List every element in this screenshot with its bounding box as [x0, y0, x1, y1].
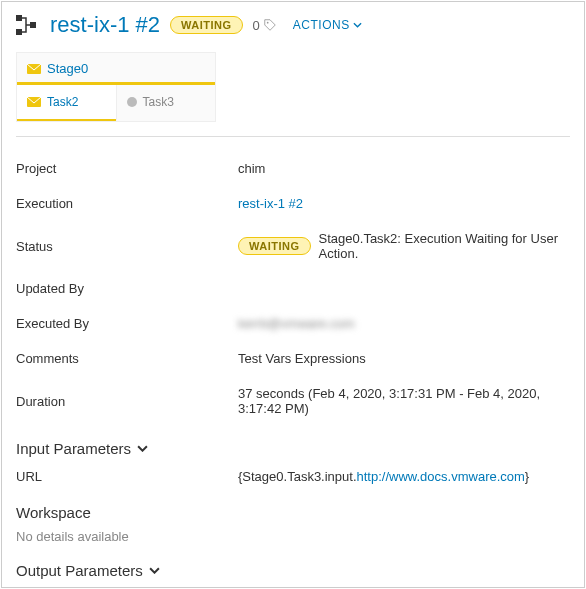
label-comments: Comments — [16, 351, 238, 366]
row-execution: Execution rest-ix-1 #2 — [16, 186, 570, 221]
tasks-row: Task2 Task3 — [17, 85, 215, 121]
pending-dot-icon — [127, 97, 137, 107]
svg-rect-0 — [16, 15, 22, 21]
stage-name: Stage0 — [47, 61, 88, 76]
execution-panel: rest-ix-1 #2 WAITING 0 ACTIONS Stage0 — [1, 1, 585, 588]
label-updated-by: Updated By — [16, 281, 238, 296]
label-executed-by: Executed By — [16, 316, 238, 331]
actions-label: ACTIONS — [293, 18, 350, 32]
header: rest-ix-1 #2 WAITING 0 ACTIONS — [2, 2, 584, 46]
value-url: {Stage0.Task3.input.http://www.docs.vmwa… — [238, 469, 529, 484]
value-executed-by: kerrb@vmware.com — [238, 316, 355, 331]
url-link[interactable]: http://www.docs.vmware.com — [357, 469, 525, 484]
row-comments: Comments Test Vars Expressions — [16, 341, 570, 376]
tag-count: 0 — [253, 18, 277, 33]
value-project: chim — [238, 161, 265, 176]
actions-menu[interactable]: ACTIONS — [293, 18, 362, 32]
task-cell-task2[interactable]: Task2 — [17, 85, 116, 121]
workspace-title: Workspace — [16, 504, 91, 521]
tag-icon — [263, 18, 277, 32]
chevron-down-icon — [149, 567, 160, 574]
row-project: Project chim — [16, 151, 570, 186]
workspace-header: Workspace — [16, 490, 570, 527]
details-section: Project chim Execution rest-ix-1 #2 Stat… — [2, 147, 584, 589]
label-status: Status — [16, 239, 238, 254]
svg-rect-1 — [16, 29, 22, 35]
row-url: URL {Stage0.Task3.input.http://www.docs.… — [16, 463, 570, 490]
label-execution: Execution — [16, 196, 238, 211]
value-duration: 37 seconds (Feb 4, 2020, 3:17:31 PM - Fe… — [238, 386, 570, 416]
svg-point-3 — [267, 22, 269, 24]
label-project: Project — [16, 161, 238, 176]
stage-panel: Stage0 Task2 Task3 — [16, 52, 216, 122]
row-duration: Duration 37 seconds (Feb 4, 2020, 3:17:3… — [16, 376, 570, 426]
row-executed-by: Executed By kerrb@vmware.com — [16, 306, 570, 341]
mail-icon — [27, 64, 41, 74]
row-status: Status WAITING Stage0.Task2: Execution W… — [16, 221, 570, 271]
chevron-down-icon — [353, 22, 362, 28]
output-params-header[interactable]: Output Parameters — [16, 548, 570, 585]
output-params-title: Output Parameters — [16, 562, 143, 579]
status-badge: WAITING — [170, 16, 243, 34]
value-comments: Test Vars Expressions — [238, 351, 366, 366]
task-name: Task2 — [47, 95, 78, 109]
page-title[interactable]: rest-ix-1 #2 — [50, 12, 160, 38]
task-cell-task3[interactable]: Task3 — [116, 85, 216, 121]
workspace-no-details: No details available — [16, 527, 570, 548]
url-prefix: {Stage0.Task3.input. — [238, 469, 357, 484]
label-duration: Duration — [16, 394, 238, 409]
status-badge-inline: WAITING — [238, 237, 311, 255]
chevron-down-icon — [137, 445, 148, 452]
value-execution-link[interactable]: rest-ix-1 #2 — [238, 196, 303, 211]
svg-rect-2 — [30, 22, 36, 28]
label-url: URL — [16, 469, 238, 484]
task-name: Task3 — [143, 95, 174, 109]
pipeline-icon — [16, 13, 40, 37]
row-updated-by: Updated By — [16, 271, 570, 306]
mail-icon — [27, 97, 41, 107]
divider — [16, 136, 570, 137]
stage-header[interactable]: Stage0 — [17, 53, 215, 85]
tag-count-value: 0 — [253, 18, 260, 33]
row-response: Response tasks['Stage0.Task3']['output.r… — [16, 585, 570, 589]
input-params-header[interactable]: Input Parameters — [16, 426, 570, 463]
url-suffix: } — [525, 469, 529, 484]
input-params-title: Input Parameters — [16, 440, 131, 457]
status-text: Stage0.Task2: Execution Waiting for User… — [319, 231, 570, 261]
